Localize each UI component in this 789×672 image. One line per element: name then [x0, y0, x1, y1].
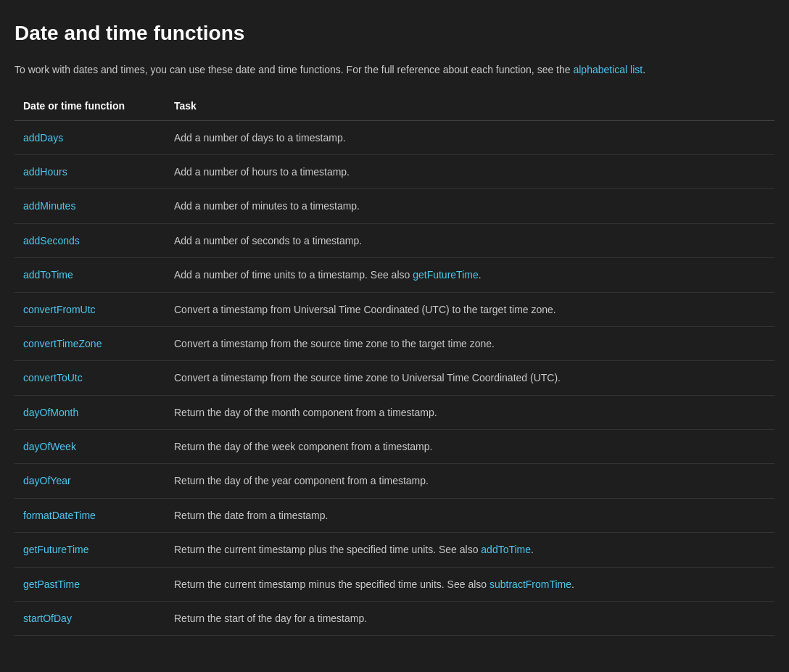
task-text: Return the current timestamp minus the s…: [174, 578, 489, 590]
task-link-subtractFromTime[interactable]: subtractFromTime: [489, 578, 571, 590]
table-header-row: Date or time function Task: [15, 92, 774, 120]
task-text: Return the start of the day for a timest…: [174, 613, 367, 624]
function-cell: addToTime: [15, 258, 174, 292]
page-title: Date and time functions: [15, 17, 774, 50]
task-link-addToTime[interactable]: addToTime: [481, 544, 531, 555]
function-cell: formatDateTime: [15, 498, 174, 532]
function-link-formatDateTime[interactable]: formatDateTime: [23, 510, 96, 521]
function-cell: addMinutes: [15, 189, 174, 223]
function-cell: startOfDay: [15, 602, 174, 636]
table-row: convertToUtcConvert a timestamp from the…: [15, 361, 774, 395]
table-row: dayOfWeekReturn the day of the week comp…: [15, 430, 774, 464]
table-row: getFutureTimeReturn the current timestam…: [15, 533, 774, 567]
function-link-convertTimeZone[interactable]: convertTimeZone: [23, 338, 102, 349]
task-text: Add a number of days to a timestamp.: [174, 132, 346, 144]
intro-text: To work with dates and times, you can us…: [15, 64, 571, 75]
task-cell: Add a number of hours to a timestamp.: [174, 154, 774, 188]
function-link-getPastTime[interactable]: getPastTime: [23, 578, 80, 590]
function-cell: dayOfYear: [15, 464, 174, 498]
table-row: addToTimeAdd a number of time units to a…: [15, 258, 774, 292]
task-cell: Convert a timestamp from the source time…: [174, 326, 774, 360]
functions-table: Date or time function Task addDaysAdd a …: [15, 92, 774, 636]
task-suffix: .: [531, 544, 534, 555]
function-cell: addSeconds: [15, 223, 174, 257]
function-cell: dayOfMonth: [15, 395, 174, 429]
col-task-header: Task: [174, 92, 774, 120]
function-link-getFutureTime[interactable]: getFutureTime: [23, 544, 89, 555]
function-link-addHours[interactable]: addHours: [23, 166, 67, 178]
task-text: Return the day of the year component fro…: [174, 475, 429, 486]
table-row: addHoursAdd a number of hours to a times…: [15, 154, 774, 188]
table-row: addMinutesAdd a number of minutes to a t…: [15, 189, 774, 223]
table-row: formatDateTimeReturn the date from a tim…: [15, 498, 774, 532]
task-cell: Convert a timestamp from Universal Time …: [174, 292, 774, 326]
task-cell: Add a number of minutes to a timestamp.: [174, 189, 774, 223]
task-text: Return the day of the month component fr…: [174, 407, 437, 418]
task-cell: Add a number of days to a timestamp.: [174, 120, 774, 154]
function-link-addDays[interactable]: addDays: [23, 132, 63, 144]
task-text: Add a number of time units to a timestam…: [174, 269, 413, 281]
function-cell: convertFromUtc: [15, 292, 174, 326]
task-cell: Return the day of the year component fro…: [174, 464, 774, 498]
function-cell: convertToUtc: [15, 361, 174, 395]
task-link-getFutureTime[interactable]: getFutureTime: [413, 269, 479, 281]
task-text: Convert a timestamp from the source time…: [174, 338, 495, 349]
table-row: convertFromUtcConvert a timestamp from U…: [15, 292, 774, 326]
table-row: startOfDayReturn the start of the day fo…: [15, 602, 774, 636]
function-cell: addHours: [15, 154, 174, 188]
task-cell: Return the date from a timestamp.: [174, 498, 774, 532]
task-cell: Add a number of seconds to a timestamp.: [174, 223, 774, 257]
alphabetical-list-link[interactable]: alphabetical list: [573, 64, 643, 75]
task-suffix: .: [479, 269, 482, 281]
function-cell: getFutureTime: [15, 533, 174, 567]
task-cell: Add a number of time units to a timestam…: [174, 258, 774, 292]
col-function-header: Date or time function: [15, 92, 174, 120]
task-text: Return the day of the week component fro…: [174, 441, 432, 452]
function-link-dayOfWeek[interactable]: dayOfWeek: [23, 441, 76, 452]
task-text: Return the current timestamp plus the sp…: [174, 544, 481, 555]
table-row: getPastTimeReturn the current timestamp …: [15, 567, 774, 601]
task-cell: Return the day of the week component fro…: [174, 430, 774, 464]
table-row: dayOfYearReturn the day of the year comp…: [15, 464, 774, 498]
task-cell: Return the day of the month component fr…: [174, 395, 774, 429]
functions-table-container: Date or time function Task addDaysAdd a …: [15, 92, 774, 636]
function-cell: addDays: [15, 120, 174, 154]
function-link-convertFromUtc[interactable]: convertFromUtc: [23, 304, 96, 315]
function-link-convertToUtc[interactable]: convertToUtc: [23, 372, 83, 383]
function-link-addSeconds[interactable]: addSeconds: [23, 235, 80, 246]
table-row: addDaysAdd a number of days to a timesta…: [15, 120, 774, 154]
intro-paragraph: To work with dates and times, you can us…: [15, 62, 774, 78]
task-cell: Return the current timestamp plus the sp…: [174, 533, 774, 567]
function-link-addMinutes[interactable]: addMinutes: [23, 200, 75, 212]
task-text: Convert a timestamp from Universal Time …: [174, 304, 556, 315]
table-row: addSecondsAdd a number of seconds to a t…: [15, 223, 774, 257]
task-cell: Return the start of the day for a timest…: [174, 602, 774, 636]
function-link-dayOfYear[interactable]: dayOfYear: [23, 475, 71, 486]
task-text: Add a number of hours to a timestamp.: [174, 166, 350, 178]
function-cell: convertTimeZone: [15, 326, 174, 360]
task-cell: Convert a timestamp from the source time…: [174, 361, 774, 395]
function-link-dayOfMonth[interactable]: dayOfMonth: [23, 407, 78, 418]
task-text: Return the date from a timestamp.: [174, 510, 328, 521]
function-link-addToTime[interactable]: addToTime: [23, 269, 73, 281]
task-text: Add a number of seconds to a timestamp.: [174, 235, 362, 246]
function-link-startOfDay[interactable]: startOfDay: [23, 613, 72, 624]
task-text: Add a number of minutes to a timestamp.: [174, 200, 360, 212]
function-cell: dayOfWeek: [15, 430, 174, 464]
task-text: Convert a timestamp from the source time…: [174, 372, 561, 383]
table-row: convertTimeZoneConvert a timestamp from …: [15, 326, 774, 360]
task-suffix: .: [571, 578, 574, 590]
table-row: dayOfMonthReturn the day of the month co…: [15, 395, 774, 429]
task-cell: Return the current timestamp minus the s…: [174, 567, 774, 601]
function-cell: getPastTime: [15, 567, 174, 601]
